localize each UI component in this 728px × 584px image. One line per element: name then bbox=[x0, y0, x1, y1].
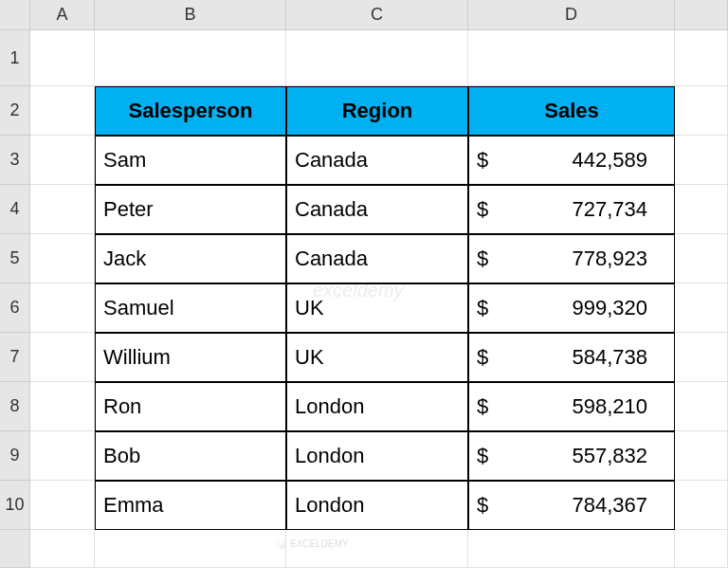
cell-c-extra[interactable] bbox=[286, 530, 468, 568]
row-header-2[interactable]: 2 bbox=[0, 86, 30, 136]
col-header-extra[interactable] bbox=[675, 0, 728, 30]
cell-d5[interactable]: $778,923 bbox=[468, 234, 675, 283]
row-header-9[interactable]: 9 bbox=[0, 431, 30, 481]
col-header-d[interactable]: D bbox=[468, 0, 675, 30]
cell-d8[interactable]: $598,210 bbox=[468, 382, 675, 431]
cell-e-extra[interactable] bbox=[675, 530, 728, 568]
currency-symbol: $ bbox=[477, 493, 488, 518]
row-header-3[interactable]: 3 bbox=[0, 136, 30, 185]
col-header-a[interactable]: A bbox=[30, 0, 95, 30]
cell-c5[interactable]: Canada bbox=[286, 234, 468, 283]
cell-e10[interactable] bbox=[675, 481, 728, 530]
table-header-sales[interactable]: Sales bbox=[468, 86, 675, 136]
cell-a5[interactable] bbox=[30, 234, 95, 283]
table-header-salesperson[interactable]: Salesperson bbox=[95, 86, 286, 136]
cell-a4[interactable] bbox=[30, 185, 95, 234]
cell-a1[interactable] bbox=[30, 30, 95, 86]
cell-b6[interactable]: Samuel bbox=[95, 283, 286, 333]
cell-a-extra[interactable] bbox=[30, 530, 95, 568]
cell-b4[interactable]: Peter bbox=[95, 185, 286, 234]
row-header-10[interactable]: 10 bbox=[0, 481, 30, 530]
cell-a8[interactable] bbox=[30, 382, 95, 431]
select-all-corner[interactable] bbox=[0, 0, 30, 30]
sales-value: 598,210 bbox=[572, 394, 666, 419]
row-header-extra[interactable] bbox=[0, 530, 30, 568]
currency-symbol: $ bbox=[477, 345, 488, 370]
table-header-region[interactable]: Region bbox=[286, 86, 468, 136]
col-header-c[interactable]: C bbox=[286, 0, 468, 30]
currency-symbol: $ bbox=[477, 148, 488, 173]
sales-value: 442,589 bbox=[572, 148, 666, 173]
cell-e4[interactable] bbox=[675, 185, 728, 234]
row-header-4[interactable]: 4 bbox=[0, 185, 30, 234]
row-header-5[interactable]: 5 bbox=[0, 234, 30, 283]
cell-a6[interactable] bbox=[30, 283, 95, 333]
currency-symbol: $ bbox=[477, 296, 488, 320]
cell-a3[interactable] bbox=[30, 136, 95, 185]
sales-value: 727,734 bbox=[572, 197, 666, 222]
cell-e1[interactable] bbox=[675, 30, 728, 86]
cell-d3[interactable]: $442,589 bbox=[468, 136, 675, 185]
currency-symbol: $ bbox=[477, 394, 488, 419]
cell-b7[interactable]: Willium bbox=[95, 333, 286, 382]
cell-e7[interactable] bbox=[675, 333, 728, 382]
cell-e2[interactable] bbox=[675, 86, 728, 136]
cell-c9[interactable]: London bbox=[286, 431, 468, 481]
cell-a9[interactable] bbox=[30, 431, 95, 481]
row-header-1[interactable]: 1 bbox=[0, 30, 30, 86]
cell-a7[interactable] bbox=[30, 333, 95, 382]
cell-d6[interactable]: $999,320 bbox=[468, 283, 675, 333]
row-header-8[interactable]: 8 bbox=[0, 382, 30, 431]
cell-e3[interactable] bbox=[675, 136, 728, 185]
cell-d10[interactable]: $784,367 bbox=[468, 481, 675, 530]
row-header-7[interactable]: 7 bbox=[0, 333, 30, 382]
cell-d4[interactable]: $727,734 bbox=[468, 185, 675, 234]
currency-symbol: $ bbox=[477, 197, 488, 222]
cell-c6[interactable]: UK bbox=[286, 283, 468, 333]
cell-e6[interactable] bbox=[675, 283, 728, 333]
cell-e8[interactable] bbox=[675, 382, 728, 431]
cell-b3[interactable]: Sam bbox=[95, 136, 286, 185]
currency-symbol: $ bbox=[477, 246, 488, 271]
cell-b-extra[interactable] bbox=[95, 530, 286, 568]
cell-b9[interactable]: Bob bbox=[95, 431, 286, 481]
cell-e5[interactable] bbox=[675, 234, 728, 283]
cell-c4[interactable]: Canada bbox=[286, 185, 468, 234]
cell-c7[interactable]: UK bbox=[286, 333, 468, 382]
cell-c1[interactable] bbox=[286, 30, 468, 86]
col-header-b[interactable]: B bbox=[95, 0, 286, 30]
cell-a10[interactable] bbox=[30, 481, 95, 530]
cell-d1[interactable] bbox=[468, 30, 675, 86]
sales-value: 778,923 bbox=[572, 246, 666, 271]
cell-b5[interactable]: Jack bbox=[95, 234, 286, 283]
cell-d7[interactable]: $584,738 bbox=[468, 333, 675, 382]
sales-value: 557,832 bbox=[572, 444, 666, 468]
cell-c3[interactable]: Canada bbox=[286, 136, 468, 185]
row-header-6[interactable]: 6 bbox=[0, 283, 30, 333]
spreadsheet-grid: A B C D 1 2 Salesperson Region Sales 3 S… bbox=[0, 0, 728, 568]
currency-symbol: $ bbox=[477, 444, 488, 468]
sales-value: 584,738 bbox=[572, 345, 666, 370]
cell-b1[interactable] bbox=[95, 30, 286, 86]
cell-d9[interactable]: $557,832 bbox=[468, 431, 675, 481]
cell-b10[interactable]: Emma bbox=[95, 481, 286, 530]
cell-e9[interactable] bbox=[675, 431, 728, 481]
cell-c8[interactable]: London bbox=[286, 382, 468, 431]
sales-value: 784,367 bbox=[572, 493, 666, 518]
cell-b8[interactable]: Ron bbox=[95, 382, 286, 431]
sales-value: 999,320 bbox=[572, 296, 666, 320]
cell-d-extra[interactable] bbox=[468, 530, 675, 568]
cell-a2[interactable] bbox=[30, 86, 95, 136]
cell-c10[interactable]: London bbox=[286, 481, 468, 530]
